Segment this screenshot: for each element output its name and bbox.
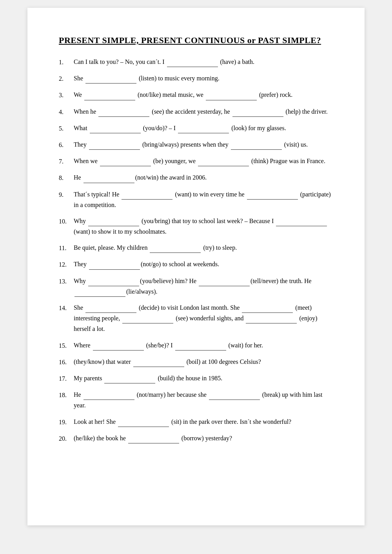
item-content: When he (see) the accident yesterday, he…: [74, 106, 333, 117]
list-item: 8.He (not/win) the award in 2006.: [59, 172, 333, 183]
list-item: 5.What (you/do)? – I (look) for my glass…: [59, 123, 333, 134]
answer-blank[interactable]: [88, 219, 139, 226]
page-title: PRESENT SIMPLE, PRESENT CONTINUOUS or PA…: [59, 35, 333, 45]
item-number: 9.: [59, 189, 74, 200]
answer-blank[interactable]: [232, 110, 283, 117]
item-content: What (you/do)? – I (look) for my glasses…: [74, 123, 333, 133]
exercise-list: 1.Can I talk to you? – No, you can´t. I …: [59, 56, 333, 444]
item-number: 12.: [59, 259, 74, 270]
list-item: 18.He (not/marry) her because she (break…: [59, 389, 333, 411]
list-item: 11.Be quiet, please. My children (try) t…: [59, 242, 333, 253]
item-content: Can I talk to you? – No, you can´t. I (h…: [74, 56, 333, 67]
answer-blank[interactable]: [100, 159, 151, 166]
item-number: 3.: [59, 89, 74, 100]
item-content: Look at her! She (sit) in the park over …: [74, 416, 333, 427]
answer-blank[interactable]: [118, 420, 169, 427]
item-content: (he/like) the book he (borrow) yesterday…: [74, 433, 333, 443]
list-item: 13.Why (you/believe) him? He (tell/never…: [59, 276, 333, 297]
list-item: 16. (they/know) that water (boil) at 100…: [59, 356, 333, 367]
item-content: He (not/marry) her because she (break) u…: [74, 389, 333, 411]
item-number: 1.: [59, 56, 74, 67]
list-item: 10.Why (you/bring) that toy to school la…: [59, 216, 333, 237]
answer-blank[interactable]: [89, 143, 140, 150]
item-content: Where (she/be)? I (wait) for her.: [74, 340, 333, 351]
item-content: She (listen) to music every morning.: [74, 73, 333, 84]
item-content: Be quiet, please. My children (try) to s…: [74, 242, 333, 253]
item-content: Why (you/bring) that toy to school last …: [74, 216, 333, 237]
item-content: (they/know) that water (boil) at 100 deg…: [74, 356, 333, 367]
list-item: 7.When we (be) younger, we (think) Pragu…: [59, 156, 333, 167]
answer-blank[interactable]: [133, 360, 184, 367]
answer-blank[interactable]: [83, 393, 134, 400]
item-number: 16.: [59, 356, 74, 367]
item-content: We (not/like) metal music, we (prefer) r…: [74, 89, 333, 100]
answer-blank[interactable]: [90, 126, 141, 133]
answer-blank[interactable]: [85, 306, 136, 313]
list-item: 9.That´s typical! He (want) to win every…: [59, 189, 333, 210]
item-content: That´s typical! He (want) to win every t…: [74, 189, 333, 210]
answer-blank[interactable]: [150, 246, 201, 253]
item-number: 2.: [59, 73, 74, 84]
item-content: He (not/win) the award in 2006.: [74, 172, 333, 183]
answer-blank[interactable]: [231, 143, 282, 150]
item-number: 10.: [59, 216, 74, 227]
item-number: 15.: [59, 340, 74, 351]
answer-blank[interactable]: [89, 263, 140, 270]
answer-blank[interactable]: [198, 159, 249, 166]
answer-blank[interactable]: [276, 219, 327, 226]
list-item: 2.She (listen) to music every morning.: [59, 73, 333, 84]
item-number: 14.: [59, 302, 74, 313]
list-item: 19.Look at her! She (sit) in the park ov…: [59, 416, 333, 427]
answer-blank[interactable]: [88, 279, 139, 286]
item-number: 20.: [59, 433, 74, 444]
item-number: 4.: [59, 106, 74, 117]
item-number: 5.: [59, 123, 74, 134]
item-number: 8.: [59, 172, 74, 183]
answer-blank[interactable]: [85, 76, 136, 84]
list-item: 12.They (not/go) to school at weekends.: [59, 259, 333, 270]
answer-blank[interactable]: [83, 176, 134, 183]
answer-blank[interactable]: [209, 393, 260, 400]
item-content: When we (be) younger, we (think) Prague …: [74, 156, 333, 166]
item-content: Why (you/believe) him? He (tell/never) t…: [74, 276, 333, 297]
answer-blank[interactable]: [104, 376, 155, 383]
answer-blank[interactable]: [84, 93, 135, 100]
item-number: 17.: [59, 373, 74, 384]
answer-blank[interactable]: [128, 436, 179, 443]
answer-blank[interactable]: [93, 343, 144, 351]
list-item: 20. (he/like) the book he (borrow) yeste…: [59, 433, 333, 444]
answer-blank[interactable]: [246, 316, 297, 323]
item-number: 11.: [59, 242, 74, 253]
list-item: 6.They (bring/always) presents when they…: [59, 139, 333, 150]
answer-blank[interactable]: [98, 110, 149, 117]
item-number: 18.: [59, 389, 74, 400]
item-content: They (not/go) to school at weekends.: [74, 259, 333, 269]
answer-blank[interactable]: [175, 343, 226, 351]
item-content: My parents (build) the house in 1985.: [74, 373, 333, 383]
answer-blank[interactable]: [199, 279, 250, 286]
answer-blank[interactable]: [122, 193, 172, 200]
item-number: 7.: [59, 156, 74, 167]
answer-blank[interactable]: [74, 290, 125, 297]
item-content: They (bring/always) presents when they (…: [74, 139, 333, 150]
list-item: 4.When he (see) the accident yesterday, …: [59, 106, 333, 117]
list-item: 14.She (decide) to visit London last mon…: [59, 302, 333, 334]
list-item: 15.Where (she/be)? I (wait) for her.: [59, 340, 333, 351]
list-item: 17.My parents (build) the house in 1985.: [59, 373, 333, 384]
answer-blank[interactable]: [242, 306, 293, 313]
answer-blank[interactable]: [247, 193, 298, 200]
item-number: 19.: [59, 416, 74, 427]
item-number: 6.: [59, 139, 74, 150]
worksheet-page: PRESENT SIMPLE, PRESENT CONTINUOUS or PA…: [27, 8, 365, 525]
list-item: 1.Can I talk to you? – No, you can´t. I …: [59, 56, 333, 67]
answer-blank[interactable]: [122, 316, 173, 323]
answer-blank[interactable]: [178, 126, 229, 133]
answer-blank[interactable]: [167, 60, 218, 67]
item-content: She (decide) to visit London last month.…: [74, 302, 333, 334]
item-number: 13.: [59, 276, 74, 287]
answer-blank[interactable]: [206, 93, 257, 100]
list-item: 3.We (not/like) metal music, we (prefer)…: [59, 89, 333, 100]
